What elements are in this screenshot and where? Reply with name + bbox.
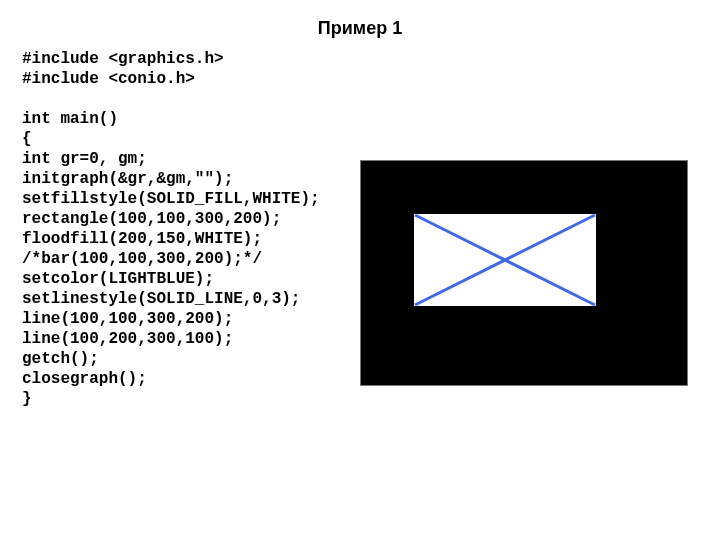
graphics-output (360, 160, 688, 386)
page-title: Пример 1 (0, 0, 720, 49)
graphics-canvas (361, 161, 687, 385)
